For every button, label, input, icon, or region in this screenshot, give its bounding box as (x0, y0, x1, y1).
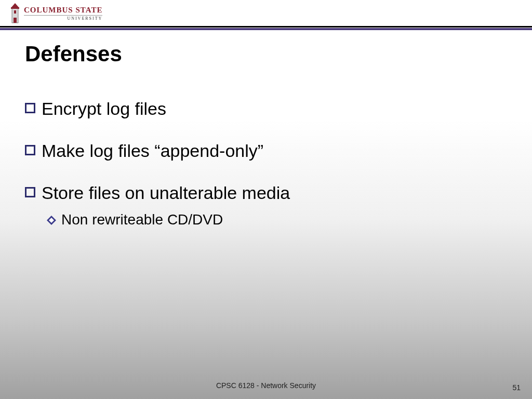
square-bullet-icon (25, 145, 35, 155)
svg-rect-1 (11, 7, 19, 9)
bullet-item: Store files on unalterable media (25, 183, 493, 203)
svg-rect-3 (14, 18, 17, 23)
sub-bullet-text: Non rewriteable CD/DVD (61, 211, 223, 228)
svg-marker-2 (11, 3, 19, 7)
page-number: 51 (512, 383, 521, 392)
svg-rect-4 (14, 10, 16, 14)
square-bullet-icon (25, 103, 35, 113)
bullet-text: Encrypt log files (42, 99, 166, 119)
slide-title: Defenses (25, 42, 122, 66)
sub-bullet-item: Non rewriteable CD/DVD (47, 211, 493, 228)
bullet-text: Make log files “append-only” (42, 141, 263, 161)
bullet-item: Make log files “append-only” (25, 141, 493, 161)
bullet-text: Store files on unalterable media (42, 183, 290, 203)
logo-line1: COLUMBUS STATE (24, 6, 102, 14)
diamond-bullet-icon (47, 216, 56, 225)
bullet-item: Encrypt log files (25, 99, 493, 119)
tower-icon (9, 3, 21, 24)
logo-text: COLUMBUS STATE UNIVERSITY (24, 6, 102, 21)
institution-logo: COLUMBUS STATE UNIVERSITY (9, 3, 102, 24)
logo-line2: UNIVERSITY (24, 15, 102, 21)
slide: COLUMBUS STATE UNIVERSITY Defenses Encry… (0, 0, 532, 399)
square-bullet-icon (25, 187, 35, 197)
slide-content: Encrypt log files Make log files “append… (25, 99, 493, 228)
header-divider (0, 26, 532, 30)
footer-text: CPSC 6128 - Network Security (0, 381, 532, 390)
